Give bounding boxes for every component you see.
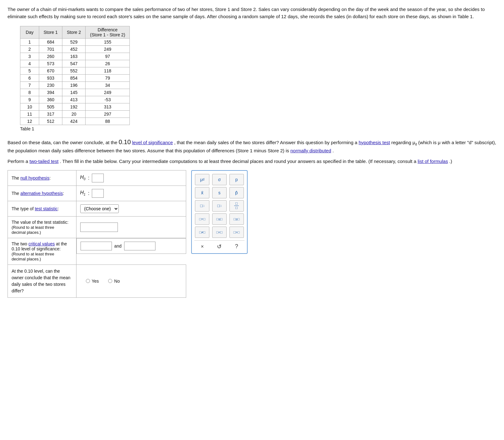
table-cell: 163	[62, 53, 86, 60]
q-level: 0.10	[118, 140, 132, 145]
normal-dist-link[interactable]: normally distributed	[290, 148, 331, 153]
table-row: 1684529155	[20, 38, 130, 45]
table-cell: 34	[86, 81, 130, 89]
table-cell: 7	[20, 81, 39, 89]
table-cell: 313	[86, 103, 130, 110]
table-row: 693385479	[20, 74, 130, 81]
and-label: and	[114, 244, 122, 249]
sym-mu-d[interactable]: μd	[195, 174, 209, 185]
test-stat-select[interactable]: (Choose one) z t Chi-square F	[80, 204, 119, 213]
hyp-test-link[interactable]: hypothesis test	[359, 140, 390, 145]
sym-gt[interactable]: □>□	[229, 227, 244, 238]
formulas-link[interactable]: list of formulas	[417, 159, 448, 164]
sym-undo-btn[interactable]: ↺	[217, 243, 222, 250]
alt-hyp-input[interactable]	[92, 189, 104, 198]
sym-s[interactable]: s	[212, 187, 227, 198]
table-cell: 118	[86, 67, 130, 74]
table-cell: 20	[62, 110, 86, 118]
no-label: No	[114, 279, 120, 284]
test-stat-link[interactable]: test statistic	[35, 206, 58, 211]
sym-divider	[194, 240, 244, 241]
alt-hyp-input-cell: H1 :	[76, 186, 186, 201]
col-day: Day	[20, 26, 39, 38]
conclude-options: Yes No	[80, 275, 182, 287]
table-cell: 145	[62, 89, 86, 96]
sym-xbar[interactable]: x̄	[195, 187, 209, 198]
table-caption: Table 1	[20, 126, 496, 131]
alt-hyp-label: The alternative hypothesis:	[8, 186, 76, 201]
table-cell: 529	[62, 38, 86, 45]
answer-table: The null hypothesis: H0 : The alternativ…	[8, 170, 186, 298]
alt-hyp-link[interactable]: alternative hypothesis	[20, 191, 63, 196]
table-cell: 1	[20, 38, 39, 45]
table-cell: 26	[86, 60, 130, 67]
table-cell: 394	[39, 89, 62, 96]
perform-block: Perform a two-tailed test . Then fill in…	[8, 158, 496, 165]
critical-values-row: The two critical values at the 0.10 leve…	[8, 238, 186, 265]
significance-link[interactable]: level of significance	[132, 140, 173, 145]
sym-box-sub[interactable]: □□	[212, 200, 227, 212]
sym-p[interactable]: p	[229, 174, 244, 185]
alt-hyp-colon: :	[88, 191, 89, 196]
test-stat-value-input[interactable]	[80, 223, 118, 232]
sym-sigma[interactable]: σ	[212, 174, 227, 185]
sym-help-btn[interactable]: ?	[235, 243, 238, 250]
critical-value-1-input[interactable]	[81, 242, 112, 250]
col-store2: Store 2	[62, 26, 86, 38]
sym-geq[interactable]: □≥□	[229, 213, 244, 225]
null-hyp-row: The null hypothesis: H0 :	[8, 170, 186, 186]
table-cell: 11	[20, 110, 39, 118]
table-cell: 424	[62, 118, 86, 125]
table-row: 723019634	[20, 81, 130, 89]
table-cell: 552	[62, 67, 86, 74]
two-tailed-link[interactable]: two-tailed test	[29, 159, 59, 164]
data-table: Day Store 1 Store 2 Difference(Store 1 -…	[20, 26, 130, 125]
sym-close-btn[interactable]: ×	[201, 244, 204, 249]
critical-value-2-input[interactable]	[124, 242, 155, 250]
table-cell: 192	[62, 103, 86, 110]
no-option[interactable]: No	[108, 279, 120, 284]
test-stat-type-row: The type of test statistic: (Choose one)…	[8, 201, 186, 216]
q-text2: , that the mean daily sales of the two s…	[174, 140, 357, 145]
sym-leq[interactable]: □≤□	[212, 213, 227, 225]
intro-paragraph: The owner of a chain of mini-markets wan…	[8, 6, 496, 20]
sym-phat[interactable]: p̂	[229, 187, 244, 198]
test-stat-type-label: The type of test statistic:	[8, 201, 76, 216]
null-hyp-label: The null hypothesis:	[8, 170, 76, 186]
critical-values-input-cell: and	[76, 238, 186, 254]
alt-hyp-symbol: H1	[80, 190, 86, 196]
null-hyp-link[interactable]: null hypothesis	[20, 175, 50, 181]
conclude-row: At the 0.10 level, can the owner conclud…	[8, 265, 186, 297]
table-cell: 10	[20, 103, 39, 110]
null-hyp-colon: :	[88, 175, 89, 181]
table-cell: 670	[39, 67, 62, 74]
table-cell: 297	[86, 110, 130, 118]
alt-hyp-row: The alternative hypothesis: H1 :	[8, 186, 186, 201]
table-cell: 249	[86, 45, 130, 53]
sym-box-sq[interactable]: □□	[195, 200, 209, 212]
sym-neq[interactable]: □≠□	[195, 227, 209, 238]
sym-lt[interactable]: □<□	[212, 227, 227, 238]
p-text1: Perform a	[8, 159, 29, 164]
yes-option[interactable]: Yes	[86, 279, 99, 284]
table-cell: 97	[86, 53, 130, 60]
table-row: 2701452249	[20, 45, 130, 53]
table-row: 326016397	[20, 53, 130, 60]
yes-radio[interactable]	[86, 279, 90, 283]
symbol-panel: μd σ p x̄ s p̂ □□ □□ □ □ □=□ □≤□ □≥□ □≠□…	[191, 170, 248, 254]
table-cell: 9	[20, 96, 39, 103]
table-cell: 413	[62, 96, 86, 103]
table-cell: 317	[39, 110, 62, 118]
sym-frac[interactable]: □ □	[229, 200, 244, 212]
table-row: 1251242488	[20, 118, 130, 125]
table-row: 10505192313	[20, 103, 130, 110]
sym-eq[interactable]: □=□	[195, 213, 209, 225]
test-stat-select-cell: (Choose one) z t Chi-square F	[76, 201, 186, 216]
yes-label: Yes	[92, 279, 99, 284]
critical-values-link[interactable]: critical values	[29, 241, 55, 246]
null-hyp-input[interactable]	[92, 174, 104, 182]
null-hyp-symbol: H0	[80, 175, 86, 181]
no-radio[interactable]	[108, 279, 112, 283]
table-cell: 12	[20, 118, 39, 125]
table-cell: 88	[86, 118, 130, 125]
